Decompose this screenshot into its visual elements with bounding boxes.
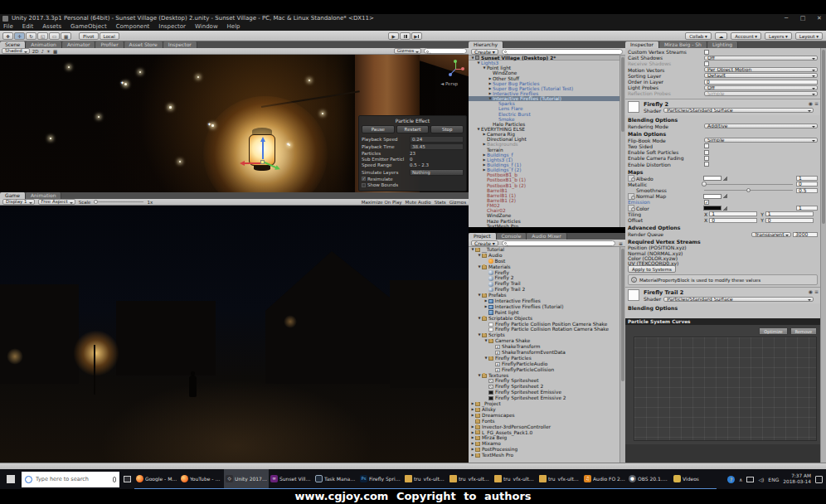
gizmo-y-axis[interactable] bbox=[262, 141, 264, 159]
project-item[interactable]: Firefly Particle Collision Position Came… bbox=[469, 322, 620, 327]
overlay-value-field[interactable]: 38.45 bbox=[410, 143, 464, 150]
slider-knob[interactable] bbox=[746, 188, 751, 193]
project-item[interactable]: ▼Firefly Particles bbox=[469, 356, 620, 361]
remove-button[interactable]: Remove bbox=[790, 327, 817, 335]
project-search-input[interactable] bbox=[502, 240, 615, 246]
project-item[interactable]: ▼Audio bbox=[469, 253, 620, 259]
task-view-button[interactable] bbox=[119, 469, 134, 489]
texture-slot-icon[interactable] bbox=[628, 205, 634, 211]
checkbox[interactable]: ✓ bbox=[362, 177, 366, 181]
project-item[interactable]: ▶_Project bbox=[469, 401, 620, 407]
project-item[interactable]: Bost bbox=[469, 259, 620, 264]
project-item[interactable]: ▶L_FG_Assets_Pack1.0 bbox=[469, 430, 620, 436]
tab-hierarchy[interactable]: Hierarchy bbox=[469, 41, 503, 48]
project-item[interactable]: ▼Scripts bbox=[469, 332, 620, 338]
tab-scene[interactable]: Scene bbox=[0, 41, 26, 48]
dropdown[interactable]: Simple bbox=[704, 138, 818, 143]
y-field[interactable]: 0 bbox=[765, 218, 814, 223]
stop-button[interactable]: Stop bbox=[430, 125, 464, 133]
project-item[interactable]: ▶Allsky bbox=[469, 407, 620, 413]
tray-chevron-icon[interactable]: ∧ bbox=[739, 477, 742, 482]
project-scrollbar[interactable] bbox=[620, 247, 625, 463]
taskbar-item[interactable]: YouTube - Mozil... bbox=[179, 469, 224, 489]
checkbox[interactable] bbox=[704, 156, 709, 161]
project-item[interactable]: Firefly Spritesheet 2 bbox=[469, 384, 620, 390]
gizmos-button[interactable]: Gizmos bbox=[449, 200, 466, 205]
layout-dropdown[interactable]: Layout ▾ bbox=[795, 32, 823, 40]
microphone-icon[interactable] bbox=[113, 477, 116, 482]
aspect-dropdown[interactable]: Free Aspect bbox=[38, 199, 75, 205]
tab-inspector[interactable]: Inspector bbox=[163, 41, 197, 48]
taskbar-search-input[interactable]: Type here to search bbox=[22, 472, 119, 487]
clock[interactable]: 7:37 AM 2018-03-14 bbox=[783, 473, 811, 485]
scale-slider[interactable] bbox=[94, 201, 143, 203]
tab-audio-mixer[interactable]: Audio Mixer bbox=[527, 233, 566, 240]
checkbox[interactable] bbox=[704, 61, 709, 66]
hierarchy-create-button[interactable]: Create ▾ bbox=[471, 49, 498, 55]
dropdown[interactable]: Default bbox=[704, 73, 818, 78]
close-button[interactable]: ✕ bbox=[814, 14, 824, 23]
account-dropdown[interactable]: Account ▾ bbox=[731, 32, 761, 40]
project-item[interactable]: ▶PostProcessing bbox=[469, 447, 620, 453]
minimize-button[interactable]: ─ bbox=[781, 14, 791, 23]
restart-button[interactable]: Restart bbox=[396, 125, 430, 133]
rotate-tool-icon[interactable]: ↻ bbox=[26, 32, 36, 40]
menu-gameobject[interactable]: GameObject bbox=[70, 23, 107, 31]
dropdown[interactable]: Simple bbox=[704, 91, 818, 96]
project-item[interactable]: Firefly Trail bbox=[469, 281, 620, 287]
texture-slot-icon[interactable] bbox=[628, 175, 634, 182]
gizmo-center[interactable] bbox=[260, 160, 265, 164]
gizmo-x-axis[interactable] bbox=[244, 162, 262, 164]
menu-help[interactable]: Help bbox=[227, 23, 241, 31]
tab-lighting[interactable]: Lighting bbox=[707, 41, 738, 48]
project-item[interactable]: #FireflyParticleCollision bbox=[469, 367, 620, 373]
tab-console[interactable]: Console bbox=[497, 233, 527, 240]
material-options-icon[interactable]: ◉ ≡ bbox=[809, 288, 819, 294]
checkbox[interactable]: ✓ bbox=[704, 200, 709, 205]
taskbar-item[interactable]: tru_vfx-ult_parti... bbox=[537, 469, 582, 489]
menu-assets[interactable]: Assets bbox=[42, 23, 61, 31]
scale-tool-icon[interactable]: ◱ bbox=[37, 32, 48, 40]
menu-edit[interactable]: Edit bbox=[22, 23, 34, 31]
maximize-on-play-button[interactable]: Maximize On Play bbox=[362, 200, 402, 205]
slider-value-field[interactable]: 0.5 bbox=[796, 188, 818, 193]
tab-inspector[interactable]: Inspector bbox=[625, 41, 659, 48]
maximize-button[interactable]: □ bbox=[798, 14, 808, 23]
dropdown[interactable]: Particles/Standard Surface bbox=[663, 108, 814, 113]
start-button[interactable] bbox=[0, 469, 22, 489]
tab-animator[interactable]: Animator bbox=[62, 41, 96, 48]
menu-file[interactable]: File bbox=[3, 23, 13, 31]
taskbar-item[interactable]: Task Manager bbox=[313, 469, 358, 489]
menu-component[interactable]: Component bbox=[116, 23, 150, 31]
menu-inspector[interactable]: Inspector bbox=[158, 23, 186, 31]
display-dropdown[interactable]: Display 1 bbox=[2, 199, 35, 205]
value-field[interactable]: 1 bbox=[796, 206, 818, 211]
rect-tool-icon[interactable]: ▭ bbox=[49, 32, 60, 40]
overlay-value-field[interactable]: 0.24 bbox=[410, 136, 464, 143]
project-item[interactable]: ▶Invector-3rdPersonController bbox=[469, 424, 620, 430]
x-field[interactable]: 0 bbox=[709, 218, 757, 223]
pause-button[interactable]: Pause bbox=[362, 125, 395, 133]
hierarchy-item[interactable]: TextMesh Pro bbox=[469, 224, 620, 227]
project-item[interactable]: Firefly Spritesheet Emissive 2 bbox=[469, 395, 620, 401]
project-item[interactable]: Firefly Trail 2 bbox=[469, 287, 620, 293]
tab-asset-store[interactable]: Asset Store bbox=[124, 41, 163, 48]
gizmos-dropdown[interactable]: Gizmos bbox=[394, 48, 421, 54]
project-item[interactable]: #FireflyParticleAudio bbox=[469, 361, 620, 367]
checkbox[interactable] bbox=[704, 150, 709, 155]
transform-tool-icon[interactable]: ▦ bbox=[61, 32, 71, 40]
hierarchy-search-input[interactable] bbox=[502, 49, 623, 55]
taskbar-item[interactable]: tru_vfx-ult_parti... bbox=[493, 469, 537, 489]
cloud-icon[interactable]: ☁ bbox=[715, 32, 728, 40]
tab-game[interactable]: Game bbox=[0, 192, 26, 199]
project-create-button[interactable]: Create ▾ bbox=[471, 240, 498, 246]
project-item[interactable]: Firefly bbox=[469, 270, 620, 276]
dropdown[interactable]: Off bbox=[704, 56, 818, 61]
scene-search-input[interactable] bbox=[424, 48, 467, 54]
tab-animation[interactable]: Animation bbox=[26, 192, 62, 199]
taskbar-item[interactable]: Google - Mozilla... bbox=[134, 469, 179, 489]
project-item[interactable]: #ShakeTransform bbox=[469, 344, 620, 350]
value-field[interactable]: 1 bbox=[796, 176, 818, 181]
stats-button[interactable]: Stats bbox=[435, 200, 446, 205]
hierarchy-scrollbar[interactable] bbox=[620, 56, 625, 227]
